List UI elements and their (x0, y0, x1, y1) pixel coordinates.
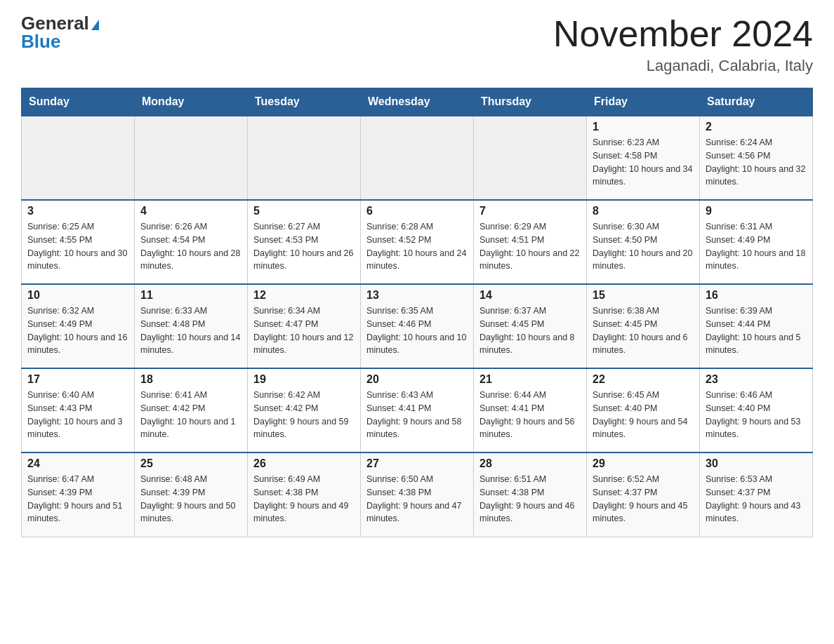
calendar-cell: 1Sunrise: 6:23 AMSunset: 4:58 PMDaylight… (587, 116, 700, 200)
calendar-cell: 12Sunrise: 6:34 AMSunset: 4:47 PMDayligh… (248, 284, 361, 368)
calendar-cell: 5Sunrise: 6:27 AMSunset: 4:53 PMDaylight… (248, 200, 361, 284)
calendar-cell: 11Sunrise: 6:33 AMSunset: 4:48 PMDayligh… (135, 284, 248, 368)
calendar-week-1: 1Sunrise: 6:23 AMSunset: 4:58 PMDaylight… (22, 116, 813, 200)
day-number: 6 (366, 205, 468, 217)
calendar-cell: 22Sunrise: 6:45 AMSunset: 4:40 PMDayligh… (587, 368, 700, 452)
day-info: Sunrise: 6:40 AMSunset: 4:43 PMDaylight:… (27, 389, 128, 441)
day-info: Sunrise: 6:49 AMSunset: 4:38 PMDaylight:… (253, 473, 355, 525)
day-info: Sunrise: 6:23 AMSunset: 4:58 PMDaylight:… (593, 136, 694, 189)
day-info: Sunrise: 6:26 AMSunset: 4:54 PMDaylight:… (140, 220, 241, 273)
day-info: Sunrise: 6:25 AMSunset: 4:55 PMDaylight:… (27, 220, 128, 273)
logo-blue: Blue (21, 32, 60, 51)
header-friday: Friday (587, 88, 700, 116)
day-info: Sunrise: 6:35 AMSunset: 4:46 PMDaylight:… (366, 304, 468, 357)
day-info: Sunrise: 6:42 AMSunset: 4:42 PMDaylight:… (253, 389, 355, 441)
calendar-cell: 24Sunrise: 6:47 AMSunset: 4:39 PMDayligh… (22, 452, 135, 537)
calendar-cell (361, 116, 474, 200)
day-info: Sunrise: 6:38 AMSunset: 4:45 PMDaylight:… (593, 304, 694, 357)
calendar-cell: 10Sunrise: 6:32 AMSunset: 4:49 PMDayligh… (22, 284, 135, 368)
calendar-cell: 3Sunrise: 6:25 AMSunset: 4:55 PMDaylight… (22, 200, 135, 284)
day-number: 27 (366, 457, 468, 470)
day-number: 19 (253, 373, 355, 386)
calendar-cell: 13Sunrise: 6:35 AMSunset: 4:46 PMDayligh… (361, 284, 474, 368)
day-number: 11 (140, 289, 241, 302)
calendar-cell: 23Sunrise: 6:46 AMSunset: 4:40 PMDayligh… (700, 368, 813, 452)
calendar-week-3: 10Sunrise: 6:32 AMSunset: 4:49 PMDayligh… (22, 284, 813, 368)
day-info: Sunrise: 6:32 AMSunset: 4:49 PMDaylight:… (27, 304, 128, 357)
day-number: 8 (593, 205, 694, 217)
calendar-cell: 14Sunrise: 6:37 AMSunset: 4:45 PMDayligh… (474, 284, 587, 368)
calendar-cell: 4Sunrise: 6:26 AMSunset: 4:54 PMDaylight… (135, 200, 248, 284)
calendar-cell (248, 116, 361, 200)
calendar-title: November 2024 (553, 14, 813, 54)
day-number: 20 (366, 373, 468, 386)
calendar-cell: 21Sunrise: 6:44 AMSunset: 4:41 PMDayligh… (474, 368, 587, 452)
calendar-cell: 6Sunrise: 6:28 AMSunset: 4:52 PMDaylight… (361, 200, 474, 284)
day-number: 28 (479, 457, 581, 470)
day-info: Sunrise: 6:28 AMSunset: 4:52 PMDaylight:… (366, 220, 468, 273)
day-info: Sunrise: 6:29 AMSunset: 4:51 PMDaylight:… (479, 220, 581, 273)
calendar-cell: 27Sunrise: 6:50 AMSunset: 4:38 PMDayligh… (361, 452, 474, 537)
day-number: 7 (479, 205, 581, 217)
calendar-cell: 15Sunrise: 6:38 AMSunset: 4:45 PMDayligh… (587, 284, 700, 368)
calendar-cell: 20Sunrise: 6:43 AMSunset: 4:41 PMDayligh… (361, 368, 474, 452)
header-saturday: Saturday (700, 88, 813, 116)
logo-general: General (21, 14, 99, 32)
day-number: 21 (479, 373, 581, 386)
day-number: 14 (479, 289, 581, 302)
calendar-header-row: SundayMondayTuesdayWednesdayThursdayFrid… (22, 88, 813, 116)
day-info: Sunrise: 6:31 AMSunset: 4:49 PMDaylight:… (706, 220, 807, 273)
calendar-cell (474, 116, 587, 200)
day-number: 16 (706, 289, 807, 302)
day-number: 9 (706, 205, 807, 217)
day-number: 3 (27, 205, 128, 217)
calendar-cell: 28Sunrise: 6:51 AMSunset: 4:38 PMDayligh… (474, 452, 587, 537)
day-number: 17 (27, 373, 128, 386)
header-tuesday: Tuesday (248, 88, 361, 116)
day-number: 25 (140, 457, 241, 470)
day-info: Sunrise: 6:33 AMSunset: 4:48 PMDaylight:… (140, 304, 241, 357)
title-block: November 2024 Laganadi, Calabria, Italy (553, 14, 813, 75)
day-info: Sunrise: 6:30 AMSunset: 4:50 PMDaylight:… (593, 220, 694, 273)
day-info: Sunrise: 6:53 AMSunset: 4:37 PMDaylight:… (706, 473, 807, 525)
calendar-cell: 26Sunrise: 6:49 AMSunset: 4:38 PMDayligh… (248, 452, 361, 537)
day-number: 29 (593, 457, 694, 470)
header-thursday: Thursday (474, 88, 587, 116)
day-info: Sunrise: 6:46 AMSunset: 4:40 PMDaylight:… (706, 389, 807, 441)
day-number: 15 (593, 289, 694, 302)
day-info: Sunrise: 6:43 AMSunset: 4:41 PMDaylight:… (366, 389, 468, 441)
calendar-cell: 29Sunrise: 6:52 AMSunset: 4:37 PMDayligh… (587, 452, 700, 537)
calendar-subtitle: Laganadi, Calabria, Italy (553, 57, 813, 75)
calendar-cell: 19Sunrise: 6:42 AMSunset: 4:42 PMDayligh… (248, 368, 361, 452)
day-number: 1 (593, 121, 694, 133)
header-sunday: Sunday (22, 88, 135, 116)
day-info: Sunrise: 6:24 AMSunset: 4:56 PMDaylight:… (706, 136, 807, 189)
day-number: 22 (593, 373, 694, 386)
calendar-cell: 7Sunrise: 6:29 AMSunset: 4:51 PMDaylight… (474, 200, 587, 284)
day-info: Sunrise: 6:37 AMSunset: 4:45 PMDaylight:… (479, 304, 581, 357)
calendar-week-2: 3Sunrise: 6:25 AMSunset: 4:55 PMDaylight… (22, 200, 813, 284)
day-number: 18 (140, 373, 241, 386)
day-number: 23 (706, 373, 807, 386)
calendar-cell: 17Sunrise: 6:40 AMSunset: 4:43 PMDayligh… (22, 368, 135, 452)
day-info: Sunrise: 6:48 AMSunset: 4:39 PMDaylight:… (140, 473, 241, 525)
day-number: 13 (366, 289, 468, 302)
day-number: 10 (27, 289, 128, 302)
page-header: General Blue November 2024 Laganadi, Cal… (21, 14, 813, 75)
calendar-week-4: 17Sunrise: 6:40 AMSunset: 4:43 PMDayligh… (22, 368, 813, 452)
calendar-week-5: 24Sunrise: 6:47 AMSunset: 4:39 PMDayligh… (22, 452, 813, 537)
day-info: Sunrise: 6:27 AMSunset: 4:53 PMDaylight:… (253, 220, 355, 273)
header-monday: Monday (135, 88, 248, 116)
day-info: Sunrise: 6:45 AMSunset: 4:40 PMDaylight:… (593, 389, 694, 441)
day-number: 24 (27, 457, 128, 470)
calendar-cell: 8Sunrise: 6:30 AMSunset: 4:50 PMDaylight… (587, 200, 700, 284)
calendar-cell: 2Sunrise: 6:24 AMSunset: 4:56 PMDaylight… (700, 116, 813, 200)
calendar-cell (22, 116, 135, 200)
day-info: Sunrise: 6:39 AMSunset: 4:44 PMDaylight:… (706, 304, 807, 357)
day-number: 2 (706, 121, 807, 133)
day-number: 5 (253, 205, 355, 217)
day-info: Sunrise: 6:47 AMSunset: 4:39 PMDaylight:… (27, 473, 128, 525)
day-info: Sunrise: 6:52 AMSunset: 4:37 PMDaylight:… (593, 473, 694, 525)
calendar-cell: 25Sunrise: 6:48 AMSunset: 4:39 PMDayligh… (135, 452, 248, 537)
calendar-table: SundayMondayTuesdayWednesdayThursdayFrid… (21, 88, 813, 537)
